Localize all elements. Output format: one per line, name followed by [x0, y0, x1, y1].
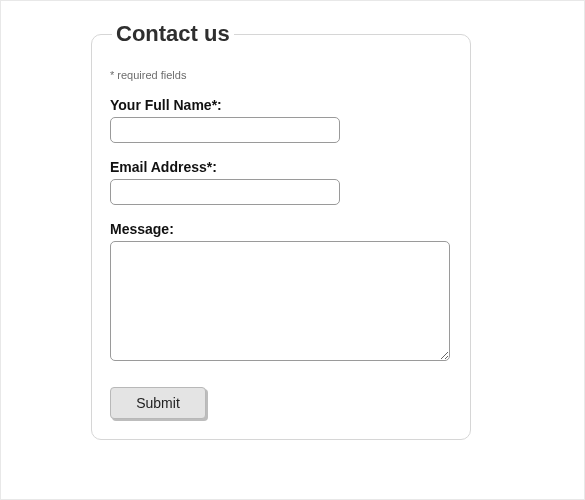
email-label: Email Address*: — [110, 159, 452, 175]
required-fields-note: * required fields — [110, 69, 452, 81]
name-input[interactable] — [110, 117, 340, 143]
message-label: Message: — [110, 221, 452, 237]
submit-button[interactable]: Submit — [110, 387, 206, 419]
message-textarea[interactable] — [110, 241, 450, 361]
email-input[interactable] — [110, 179, 340, 205]
name-label: Your Full Name*: — [110, 97, 452, 113]
page-container: Contact us * required fields Your Full N… — [0, 0, 585, 500]
form-title: Contact us — [112, 21, 234, 47]
contact-form: Contact us * required fields Your Full N… — [91, 21, 471, 440]
